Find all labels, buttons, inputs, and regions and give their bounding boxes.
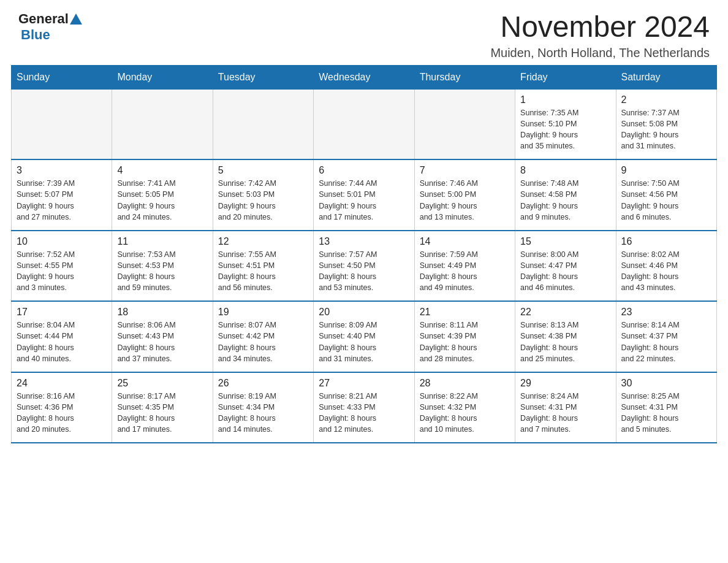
calendar-cell: 20Sunrise: 8:09 AM Sunset: 4:40 PM Dayli… xyxy=(314,301,414,372)
calendar-week-3: 10Sunrise: 7:52 AM Sunset: 4:55 PM Dayli… xyxy=(12,231,717,302)
day-info: Sunrise: 8:24 AM Sunset: 4:31 PM Dayligh… xyxy=(520,391,610,435)
day-number: 8 xyxy=(520,165,610,176)
day-info: Sunrise: 8:11 AM Sunset: 4:39 PM Dayligh… xyxy=(420,320,510,364)
header-day-sunday: Sunday xyxy=(12,65,112,89)
day-info: Sunrise: 8:19 AM Sunset: 4:34 PM Dayligh… xyxy=(218,391,308,435)
day-info: Sunrise: 7:35 AM Sunset: 5:10 PM Dayligh… xyxy=(520,107,610,152)
day-info: Sunrise: 7:50 AM Sunset: 4:56 PM Dayligh… xyxy=(621,178,711,223)
calendar-cell: 5Sunrise: 7:42 AM Sunset: 5:03 PM Daylig… xyxy=(213,159,313,231)
calendar-cell: 14Sunrise: 7:59 AM Sunset: 4:49 PM Dayli… xyxy=(414,231,515,302)
calendar-cell: 27Sunrise: 8:21 AM Sunset: 4:33 PM Dayli… xyxy=(314,372,414,443)
day-number: 4 xyxy=(117,165,207,176)
day-info: Sunrise: 8:16 AM Sunset: 4:36 PM Dayligh… xyxy=(17,391,107,435)
day-number: 2 xyxy=(621,94,711,105)
day-number: 28 xyxy=(420,378,510,389)
day-number: 6 xyxy=(319,165,409,176)
title-section: November 2024 Muiden, North Holland, The… xyxy=(490,11,710,60)
calendar-cell: 23Sunrise: 8:14 AM Sunset: 4:37 PM Dayli… xyxy=(616,301,716,372)
day-number: 1 xyxy=(520,94,610,105)
logo-text: General xyxy=(18,11,83,27)
header-day-wednesday: Wednesday xyxy=(314,65,414,89)
day-info: Sunrise: 8:07 AM Sunset: 4:42 PM Dayligh… xyxy=(218,320,308,364)
calendar-cell: 11Sunrise: 7:53 AM Sunset: 4:53 PM Dayli… xyxy=(112,231,213,302)
day-info: Sunrise: 8:17 AM Sunset: 4:35 PM Dayligh… xyxy=(117,391,207,435)
calendar-week-1: 1Sunrise: 7:35 AM Sunset: 5:10 PM Daylig… xyxy=(12,89,717,159)
day-info: Sunrise: 7:52 AM Sunset: 4:55 PM Dayligh… xyxy=(17,249,107,294)
calendar-cell: 21Sunrise: 8:11 AM Sunset: 4:39 PM Dayli… xyxy=(414,301,515,372)
day-info: Sunrise: 8:09 AM Sunset: 4:40 PM Dayligh… xyxy=(319,320,409,364)
calendar-cell: 17Sunrise: 8:04 AM Sunset: 4:44 PM Dayli… xyxy=(12,301,112,372)
logo-triangle-icon xyxy=(70,13,82,25)
calendar-cell: 22Sunrise: 8:13 AM Sunset: 4:38 PM Dayli… xyxy=(515,301,616,372)
page-header: General Blue November 2024 Muiden, North… xyxy=(0,0,728,65)
logo-general-text: General xyxy=(18,11,69,27)
calendar-cell: 1Sunrise: 7:35 AM Sunset: 5:10 PM Daylig… xyxy=(515,89,616,159)
calendar-cell: 8Sunrise: 7:48 AM Sunset: 4:58 PM Daylig… xyxy=(515,159,616,231)
header-row: SundayMondayTuesdayWednesdayThursdayFrid… xyxy=(12,65,717,89)
calendar-cell: 19Sunrise: 8:07 AM Sunset: 4:42 PM Dayli… xyxy=(213,301,313,372)
logo-blue-text: Blue xyxy=(21,27,50,43)
day-info: Sunrise: 7:41 AM Sunset: 5:05 PM Dayligh… xyxy=(117,178,207,223)
calendar-cell xyxy=(112,89,213,159)
day-number: 3 xyxy=(17,165,107,176)
day-info: Sunrise: 7:44 AM Sunset: 5:01 PM Dayligh… xyxy=(319,178,409,223)
day-info: Sunrise: 8:13 AM Sunset: 4:38 PM Dayligh… xyxy=(520,320,610,364)
day-info: Sunrise: 8:00 AM Sunset: 4:47 PM Dayligh… xyxy=(520,249,610,294)
day-info: Sunrise: 7:37 AM Sunset: 5:08 PM Dayligh… xyxy=(621,107,711,152)
day-info: Sunrise: 8:25 AM Sunset: 4:31 PM Dayligh… xyxy=(621,391,711,435)
day-info: Sunrise: 7:39 AM Sunset: 5:07 PM Dayligh… xyxy=(17,178,107,223)
day-number: 10 xyxy=(17,236,107,247)
day-number: 25 xyxy=(117,378,207,389)
calendar-cell: 15Sunrise: 8:00 AM Sunset: 4:47 PM Dayli… xyxy=(515,231,616,302)
day-number: 14 xyxy=(420,236,510,247)
day-number: 18 xyxy=(117,307,207,318)
calendar-cell: 6Sunrise: 7:44 AM Sunset: 5:01 PM Daylig… xyxy=(314,159,414,231)
day-info: Sunrise: 7:59 AM Sunset: 4:49 PM Dayligh… xyxy=(420,249,510,294)
day-info: Sunrise: 7:46 AM Sunset: 5:00 PM Dayligh… xyxy=(420,178,510,223)
header-day-friday: Friday xyxy=(515,65,616,89)
day-number: 22 xyxy=(520,307,610,318)
header-day-tuesday: Tuesday xyxy=(213,65,313,89)
day-info: Sunrise: 8:04 AM Sunset: 4:44 PM Dayligh… xyxy=(17,320,107,364)
day-number: 27 xyxy=(319,378,409,389)
header-day-monday: Monday xyxy=(112,65,213,89)
day-number: 21 xyxy=(420,307,510,318)
calendar-cell: 4Sunrise: 7:41 AM Sunset: 5:05 PM Daylig… xyxy=(112,159,213,231)
calendar-cell xyxy=(314,89,414,159)
day-info: Sunrise: 8:21 AM Sunset: 4:33 PM Dayligh… xyxy=(319,391,409,435)
day-info: Sunrise: 8:02 AM Sunset: 4:46 PM Dayligh… xyxy=(621,249,711,294)
day-number: 11 xyxy=(117,236,207,247)
day-number: 26 xyxy=(218,378,308,389)
header-day-saturday: Saturday xyxy=(616,65,716,89)
day-number: 30 xyxy=(621,378,711,389)
calendar-body: 1Sunrise: 7:35 AM Sunset: 5:10 PM Daylig… xyxy=(12,89,717,443)
day-number: 20 xyxy=(319,307,409,318)
day-info: Sunrise: 7:48 AM Sunset: 4:58 PM Dayligh… xyxy=(520,178,610,223)
day-number: 29 xyxy=(520,378,610,389)
calendar-cell xyxy=(12,89,112,159)
calendar-cell xyxy=(213,89,313,159)
day-number: 24 xyxy=(17,378,107,389)
calendar-cell: 26Sunrise: 8:19 AM Sunset: 4:34 PM Dayli… xyxy=(213,372,313,443)
calendar-cell: 30Sunrise: 8:25 AM Sunset: 4:31 PM Dayli… xyxy=(616,372,716,443)
calendar-cell: 7Sunrise: 7:46 AM Sunset: 5:00 PM Daylig… xyxy=(414,159,515,231)
calendar-table: SundayMondayTuesdayWednesdayThursdayFrid… xyxy=(11,65,717,444)
logo: General Blue xyxy=(18,11,83,43)
header-day-thursday: Thursday xyxy=(414,65,515,89)
calendar-cell: 24Sunrise: 8:16 AM Sunset: 4:36 PM Dayli… xyxy=(12,372,112,443)
calendar-container: SundayMondayTuesdayWednesdayThursdayFrid… xyxy=(0,65,728,455)
location-subtitle: Muiden, North Holland, The Netherlands xyxy=(490,46,710,60)
calendar-week-5: 24Sunrise: 8:16 AM Sunset: 4:36 PM Dayli… xyxy=(12,372,717,443)
day-info: Sunrise: 7:55 AM Sunset: 4:51 PM Dayligh… xyxy=(218,249,308,294)
calendar-week-2: 3Sunrise: 7:39 AM Sunset: 5:07 PM Daylig… xyxy=(12,159,717,231)
day-number: 19 xyxy=(218,307,308,318)
calendar-cell: 9Sunrise: 7:50 AM Sunset: 4:56 PM Daylig… xyxy=(616,159,716,231)
day-number: 13 xyxy=(319,236,409,247)
day-info: Sunrise: 8:14 AM Sunset: 4:37 PM Dayligh… xyxy=(621,320,711,364)
day-number: 16 xyxy=(621,236,711,247)
calendar-cell: 29Sunrise: 8:24 AM Sunset: 4:31 PM Dayli… xyxy=(515,372,616,443)
calendar-cell: 12Sunrise: 7:55 AM Sunset: 4:51 PM Dayli… xyxy=(213,231,313,302)
calendar-cell: 28Sunrise: 8:22 AM Sunset: 4:32 PM Dayli… xyxy=(414,372,515,443)
day-number: 15 xyxy=(520,236,610,247)
calendar-cell xyxy=(414,89,515,159)
